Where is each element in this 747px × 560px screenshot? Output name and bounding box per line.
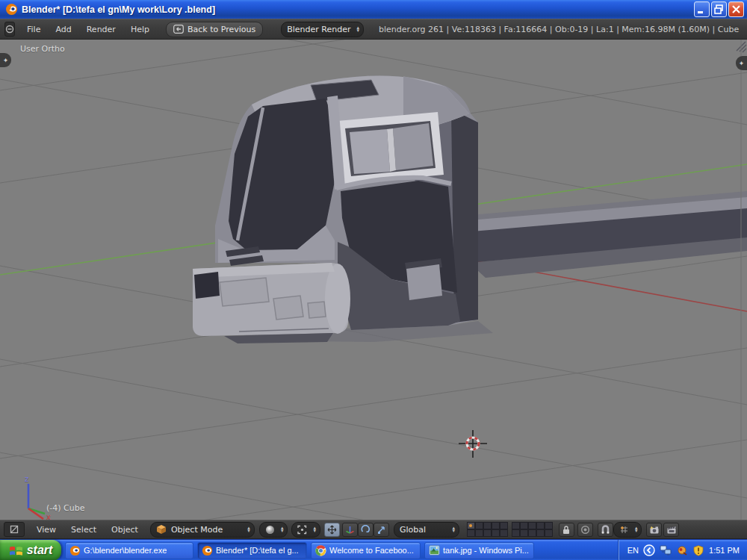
taskbar-button-facebook[interactable]: Welcome to Faceboo... (311, 542, 421, 559)
taskbar-button-blender-window[interactable]: Blender* [D:\tefa el g... (197, 542, 307, 559)
layer-cell[interactable] (512, 522, 520, 529)
window-titlebar[interactable]: Blender* [D:\tefa el gn\My work\Lory .bl… (0, 0, 747, 19)
blender-logo-icon (69, 545, 81, 556)
dropdown-arrows-icon: ▴▾ (313, 526, 316, 533)
pivot-point-select[interactable]: ▴▾ (291, 522, 320, 538)
opengl-animation-button[interactable] (663, 523, 679, 537)
snap-element-select[interactable]: ▴▾ (613, 522, 642, 538)
manipulator-toggle-button[interactable] (324, 523, 340, 537)
snap-toggle-button[interactable] (598, 523, 613, 537)
render-engine-select[interactable]: Blender Render ▴▾ (281, 22, 364, 37)
dropdown-arrows-icon: ▴▾ (247, 526, 250, 533)
layer-cell[interactable] (500, 522, 508, 529)
layer-cell[interactable] (545, 522, 553, 529)
taskbar-button-label: tank.jpg - Windows Pi... (443, 546, 529, 555)
layer-cell[interactable] (536, 522, 545, 529)
taskbar-button-label: Welcome to Faceboo... (329, 546, 414, 555)
layer-cell[interactable] (536, 529, 545, 537)
snap-element-icon (619, 525, 629, 535)
layer-has-object-dot (469, 524, 472, 527)
opengl-animation-icon (666, 525, 677, 535)
viewport-shading-select[interactable]: ▴▾ (259, 522, 288, 538)
desktop-screen: Blender* [D:\tefa el gn\My work\Lory .bl… (0, 0, 747, 560)
engine-select-value: Blender Render (287, 25, 350, 34)
layer-cell[interactable] (500, 529, 508, 537)
security-shield-icon[interactable] (692, 544, 704, 556)
mode-select-value: Object Mode (171, 525, 241, 535)
opengl-render-button[interactable] (646, 523, 662, 537)
layer-cell[interactable] (467, 522, 475, 529)
close-icon (729, 2, 743, 16)
menu-render[interactable]: Render (79, 23, 123, 36)
menu-select[interactable]: Select (63, 523, 104, 536)
restore-button[interactable] (711, 1, 727, 17)
manipulator-toggle-icon (327, 525, 337, 535)
menu-view[interactable]: View (29, 523, 63, 536)
opengl-render-icon (649, 525, 660, 535)
layer-group-1[interactable] (467, 522, 508, 537)
layer-cell[interactable] (512, 529, 520, 537)
network-icon[interactable] (660, 544, 672, 556)
layer-cell[interactable] (520, 529, 528, 537)
scale-manipulator-button[interactable] (374, 523, 389, 537)
layer-cell[interactable] (528, 529, 536, 537)
menu-object[interactable]: Object (104, 523, 146, 536)
dropdown-arrows-icon: ▴▾ (452, 526, 455, 533)
proportional-edit-button[interactable] (577, 523, 593, 537)
layer-cell[interactable] (528, 522, 536, 529)
rotate-manipulator-button[interactable] (358, 523, 374, 537)
layer-cell[interactable] (483, 529, 492, 537)
plus-icon: ✦ (3, 57, 9, 64)
windows-flag-icon (9, 544, 23, 557)
layer-cell[interactable] (475, 522, 483, 529)
3d-viewport[interactable]: User Ortho (-4) Cube z x ✦ ✦ (0, 40, 747, 520)
app-tray-icon[interactable] (676, 544, 688, 556)
back-to-previous-button[interactable]: Back to Previous (166, 22, 263, 37)
axis-gizmo (28, 484, 45, 519)
layer-cell[interactable] (492, 529, 500, 537)
language-indicator[interactable]: EN (627, 546, 639, 555)
layer-cell[interactable] (467, 529, 475, 537)
close-button[interactable] (728, 1, 744, 17)
menu-file[interactable]: File (19, 23, 48, 36)
layer-cell[interactable] (545, 529, 553, 537)
editor-type-button[interactable] (4, 522, 25, 537)
translate-manipulator-icon (345, 525, 355, 535)
snap-magnet-icon (601, 525, 610, 535)
properties-expand-tab[interactable]: ✦ (736, 56, 747, 70)
minimize-button[interactable] (694, 1, 710, 17)
menu-add[interactable]: Add (48, 23, 78, 36)
translate-manipulator-button[interactable] (342, 523, 358, 537)
layer-group-2[interactable] (512, 522, 553, 537)
3d-cursor (459, 430, 487, 458)
start-button-label: start (27, 544, 53, 557)
start-button[interactable]: start (0, 540, 61, 560)
layer-cell[interactable] (483, 522, 492, 529)
blender-viewport-header: View Select Object Object Mode ▴▾ ▴▾ ▴▾ (0, 520, 747, 539)
axis-x-label: x (46, 513, 51, 520)
viewport-scene (0, 40, 747, 520)
taskbar-button-tank-jpg[interactable]: tank.jpg - Windows Pi... (424, 542, 534, 559)
taskbar-button-blender-exe[interactable]: G:\blender\blender.exe (65, 542, 193, 559)
chrome-icon (315, 545, 326, 556)
transform-orientation-select[interactable]: Global ▴▾ (394, 522, 459, 538)
menu-help[interactable]: Help (123, 23, 157, 36)
editor-type-button[interactable] (4, 22, 15, 37)
clock[interactable]: 1:51 PM (709, 546, 740, 555)
hide-icons-chevron-icon[interactable] (643, 544, 655, 556)
minimize-icon (695, 2, 709, 16)
status-info-text: blender.org 261 | Ve:118363 | Fa:116664 … (379, 25, 739, 34)
mode-select[interactable]: Object Mode ▴▾ (150, 522, 255, 538)
system-tray: EN (618, 540, 747, 560)
layer-cell[interactable] (492, 522, 500, 529)
truck-cab-model (193, 76, 493, 343)
info-editor-icon (5, 25, 14, 34)
3d-viewport-editor-icon (10, 525, 19, 534)
layer-cell[interactable] (520, 522, 528, 529)
restore-icon (712, 2, 726, 16)
layer-cell[interactable] (475, 529, 483, 537)
lock-to-scene-button[interactable] (559, 523, 574, 537)
back-button-label: Back to Previous (187, 25, 255, 34)
orientation-select-value: Global (400, 525, 446, 535)
window-title: Blender* [D:\tefa el gn\My work\Lory .bl… (22, 4, 215, 15)
